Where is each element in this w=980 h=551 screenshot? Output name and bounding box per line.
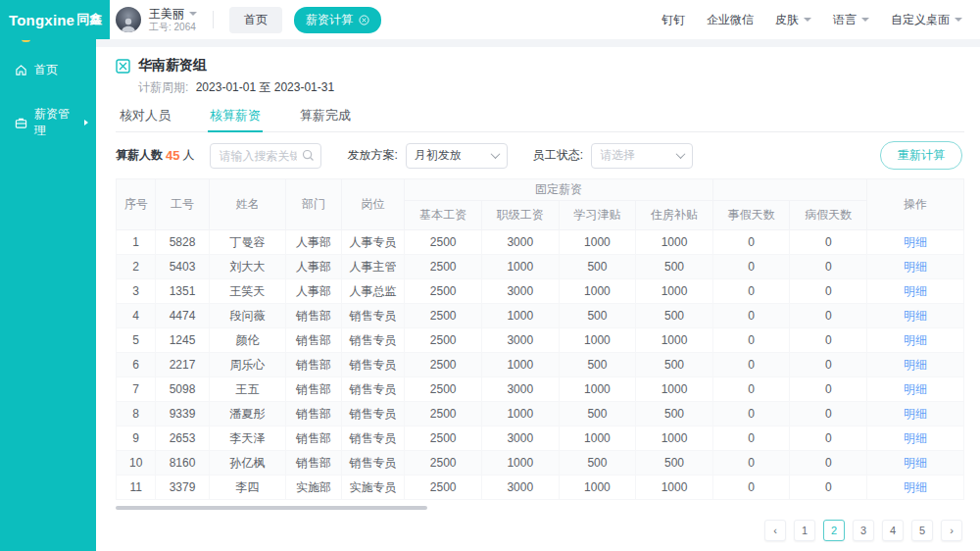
person-icon bbox=[120, 17, 137, 32]
table-cell-action: 明细 bbox=[867, 255, 964, 279]
table-cell: 0 bbox=[790, 426, 867, 451]
detail-link[interactable]: 明细 bbox=[904, 260, 927, 274]
table-cell: 人事主管 bbox=[341, 255, 405, 279]
table-cell-action: 明细 bbox=[867, 377, 964, 402]
detail-link[interactable]: 明细 bbox=[904, 382, 927, 396]
table-cell: 1000 bbox=[559, 377, 636, 402]
table-cell: 3379 bbox=[156, 476, 209, 500]
table-row: 89339潘夏彤销售部销售专员2500100050050000明细 bbox=[117, 402, 964, 426]
table-cell: 3 bbox=[117, 279, 156, 304]
pagination-page-5[interactable]: 5 bbox=[911, 520, 933, 541]
detail-link[interactable]: 明细 bbox=[904, 407, 927, 421]
table-cell: 0 bbox=[790, 230, 867, 255]
table-cell: 9 bbox=[117, 426, 156, 451]
pagination-page-3[interactable]: 3 bbox=[853, 520, 874, 541]
page-header: 华南薪资组 bbox=[116, 57, 964, 75]
table-cell: 销售部 bbox=[286, 426, 341, 451]
col-header: 岗位 bbox=[341, 179, 405, 230]
table-cell: 实施专员 bbox=[341, 476, 405, 500]
detail-link[interactable]: 明细 bbox=[904, 431, 927, 445]
main-content: 华南薪资组 计薪周期: 2023-01-01 至 2023-01-31 核对人员… bbox=[96, 47, 980, 551]
scrollbar-thumb[interactable] bbox=[116, 506, 427, 510]
col-header: 学习津贴 bbox=[559, 201, 636, 230]
chevron-down-icon bbox=[804, 18, 811, 22]
tab-核算薪资[interactable]: 核算薪资 bbox=[208, 102, 263, 131]
pagination-prev-button[interactable]: ‹ bbox=[764, 520, 786, 541]
topbar-right-links: 钉钉企业微信皮肤语言自定义桌面 bbox=[662, 12, 962, 28]
table-cell: 0 bbox=[712, 255, 790, 279]
topbar-link-label: 语言 bbox=[833, 12, 857, 28]
sidebar-item-label: 薪资管理 bbox=[34, 106, 74, 139]
table-cell: 0 bbox=[712, 353, 790, 377]
tab-核对人员[interactable]: 核对人员 bbox=[118, 102, 172, 131]
table-cell: 0 bbox=[712, 402, 790, 426]
topbar-link-label: 钉钉 bbox=[662, 12, 685, 28]
pay-period: 计薪周期: 2023-01-01 至 2023-01-31 bbox=[138, 79, 964, 94]
detail-link[interactable]: 明细 bbox=[904, 333, 927, 347]
col-header: 病假天数 bbox=[790, 201, 867, 230]
pagination-page-4[interactable]: 4 bbox=[882, 520, 904, 541]
table-cell: 1000 bbox=[636, 230, 713, 255]
table-cell: 李四 bbox=[209, 476, 286, 500]
table-cell: 7 bbox=[117, 377, 156, 402]
table-cell: 9339 bbox=[156, 402, 209, 426]
plan-select-value: 月初发放 bbox=[415, 147, 462, 164]
table-cell: 王五 bbox=[209, 377, 286, 402]
table-cell: 500 bbox=[636, 255, 713, 279]
table-cell: 2217 bbox=[156, 353, 209, 377]
table-cell: 1000 bbox=[481, 451, 559, 476]
table-cell: 销售专员 bbox=[341, 304, 405, 328]
table-cell-action: 明细 bbox=[867, 304, 964, 328]
topbar-link[interactable]: 钉钉 bbox=[662, 12, 685, 28]
detail-link[interactable]: 明细 bbox=[904, 480, 927, 494]
status-select[interactable]: 请选择 bbox=[591, 143, 693, 169]
table-cell: 5403 bbox=[156, 255, 209, 279]
table-row: 44474段问薇销售部销售专员2500100050050000明细 bbox=[117, 304, 964, 328]
user-info[interactable]: 王美丽 工号: 2064 bbox=[149, 8, 197, 32]
pagination-page-2[interactable]: 2 bbox=[823, 520, 845, 541]
table-cell: 1 bbox=[117, 230, 156, 255]
detail-link[interactable]: 明细 bbox=[904, 358, 927, 372]
topbar-link[interactable]: 自定义桌面 bbox=[891, 12, 962, 28]
close-circle-icon[interactable] bbox=[359, 15, 369, 25]
table-cell: 1000 bbox=[636, 476, 713, 500]
table-cell: 500 bbox=[559, 451, 636, 476]
table-cell: 销售专员 bbox=[341, 451, 405, 476]
sidebar-item-salary-management[interactable]: 薪资管理 bbox=[0, 97, 96, 148]
detail-link[interactable]: 明细 bbox=[904, 456, 927, 470]
table-cell: 500 bbox=[636, 353, 713, 377]
table-cell: 1000 bbox=[559, 426, 636, 451]
horizontal-scrollbar[interactable] bbox=[116, 506, 964, 510]
detail-link[interactable]: 明细 bbox=[904, 235, 927, 249]
tab-算薪完成[interactable]: 算薪完成 bbox=[298, 102, 353, 131]
chevron-down-icon bbox=[189, 12, 197, 16]
sidebar-item-home[interactable]: 首页 bbox=[0, 53, 96, 87]
pagination-page-1[interactable]: 1 bbox=[794, 520, 815, 541]
salary-calc-label: 薪资计算 bbox=[306, 12, 353, 28]
detail-link[interactable]: 明细 bbox=[904, 284, 927, 298]
table-cell: 孙亿枫 bbox=[209, 451, 286, 476]
search-icon[interactable] bbox=[302, 149, 315, 162]
salary-calc-tab-button[interactable]: 薪资计算 bbox=[294, 7, 381, 33]
table-body: 15828丁曼容人事部人事专员250030001000100000明细25403… bbox=[117, 230, 964, 500]
brand-logo-text-en: Tongxine bbox=[9, 12, 74, 28]
brand-logo-text-cn: 同鑫 bbox=[76, 11, 102, 28]
table-cell: 段问薇 bbox=[209, 304, 286, 328]
table-cell-action: 明细 bbox=[867, 353, 964, 377]
avatar[interactable] bbox=[116, 7, 141, 32]
table-cell: 11 bbox=[117, 476, 156, 500]
recalculate-button[interactable]: 重新计算 bbox=[880, 141, 962, 170]
table-cell: 500 bbox=[559, 304, 636, 328]
table-cell: 1245 bbox=[156, 328, 209, 353]
pagination-next-button[interactable]: › bbox=[941, 520, 962, 541]
topbar-link[interactable]: 皮肤 bbox=[775, 12, 811, 28]
period-label: 计薪周期: bbox=[138, 80, 188, 94]
topbar-link[interactable]: 企业微信 bbox=[707, 12, 754, 28]
plan-select[interactable]: 月初发放 bbox=[406, 143, 508, 169]
sidebar-item-label: 首页 bbox=[34, 62, 58, 78]
topbar-link[interactable]: 语言 bbox=[833, 12, 869, 28]
detail-link[interactable]: 明细 bbox=[904, 309, 927, 323]
table-cell: 2500 bbox=[405, 377, 482, 402]
home-tab-button[interactable]: 首页 bbox=[229, 7, 282, 33]
table-cell: 2500 bbox=[405, 451, 482, 476]
